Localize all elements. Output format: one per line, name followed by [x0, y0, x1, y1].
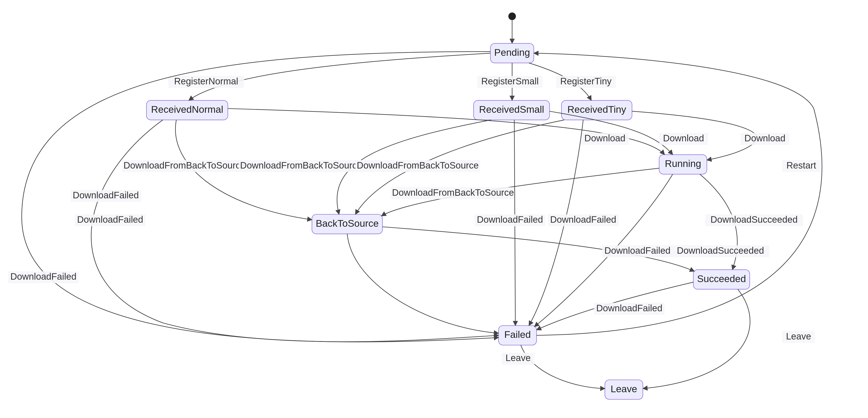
svg-text:DownloadFailed: DownloadFailed: [77, 214, 143, 225]
state-pending-label: Pending: [494, 47, 530, 58]
state-leave: Leave: [605, 380, 643, 399]
svg-text:DownloadSucceeded: DownloadSucceeded: [711, 214, 798, 225]
edge-label-download-2: Download: [659, 133, 708, 145]
state-received-normal-label: ReceivedNormal: [151, 104, 223, 115]
edge-label-leave-s: Leave: [782, 331, 815, 343]
edge-label-dlfailed-pend: DownloadFailed: [8, 271, 79, 283]
state-succeeded-label: Succeeded: [697, 273, 746, 284]
edge-failed-pending: [534, 53, 822, 335]
state-received-tiny-label: ReceivedTiny: [567, 104, 626, 115]
svg-text:DownloadFailed: DownloadFailed: [73, 190, 139, 200]
svg-text:DownloadFailed: DownloadFailed: [477, 214, 543, 225]
svg-text:Download: Download: [663, 133, 704, 143]
state-running-label: Running: [665, 158, 701, 169]
edge-rn-failed: [91, 120, 499, 342]
svg-text:DownloadFromBackToSource: DownloadFromBackToSource: [392, 187, 514, 198]
svg-text:DownloadFailed: DownloadFailed: [604, 245, 670, 256]
edge-label-dlfailed-run: DownloadFailed: [602, 245, 673, 257]
edge-failed-leave: [521, 345, 605, 389]
state-received-small: ReceivedSmall: [474, 100, 550, 120]
edge-label-dfbts-4: DownloadFromBackToSource: [391, 187, 515, 199]
edge-label-dl-succeeded-2: DownloadSucceeded: [672, 245, 769, 257]
edge-label-dfbts-1: DownloadFromBackToSource: [122, 160, 247, 172]
svg-text:RegisterNormal: RegisterNormal: [174, 76, 238, 86]
svg-text:RegisterTiny: RegisterTiny: [560, 76, 612, 86]
state-diagram: Pending ReceivedNormal ReceivedSmall Rec…: [0, 0, 868, 418]
edge-label-leave-f: Leave: [502, 353, 534, 365]
svg-text:Restart: Restart: [786, 160, 816, 171]
svg-text:Leave: Leave: [505, 353, 531, 363]
edge-label-register-small: RegisterSmall: [477, 76, 542, 88]
state-pending: Pending: [490, 43, 534, 63]
edge-label-dfbts-3: DownloadFromBackToSource: [355, 160, 480, 172]
svg-text:Download: Download: [744, 133, 785, 143]
svg-text:Download: Download: [584, 133, 625, 143]
svg-text:DownloadFromBackToSource: DownloadFromBackToSource: [357, 160, 479, 171]
edge-label-dfbts-2: DownloadFromBackToSource: [239, 160, 364, 172]
state-failed: Failed: [499, 326, 537, 345]
svg-text:DownloadFailed: DownloadFailed: [596, 303, 662, 313]
svg-text:DownloadFailed: DownloadFailed: [550, 214, 616, 225]
start-node: [508, 12, 516, 20]
state-received-tiny: ReceivedTiny: [561, 100, 632, 120]
svg-text:DownloadSucceeded: DownloadSucceeded: [677, 245, 764, 256]
svg-text:Leave: Leave: [786, 331, 811, 341]
edge-label-dlfailed-rt: DownloadFailed: [548, 214, 618, 226]
edge-bts-failed: [347, 234, 499, 333]
edge-label-dlfailed-succ: DownloadFailed: [594, 303, 664, 315]
edge-label-download-3: Download: [741, 133, 789, 145]
edge-label-restart: Restart: [782, 160, 820, 172]
svg-text:DownloadFromBackToSource: DownloadFromBackToSource: [240, 160, 362, 171]
edge-label-dl-succeeded-1: DownloadSucceeded: [705, 214, 803, 226]
edge-label-dlfailed-rs: DownloadFailed: [475, 214, 545, 226]
state-leave-label: Leave: [611, 383, 637, 394]
state-running: Running: [659, 155, 707, 174]
state-received-small-label: ReceivedSmall: [479, 104, 544, 115]
edge-label-register-normal: RegisterNormal: [168, 76, 244, 88]
edge-label-dlfailed-rn: DownloadFailed: [70, 190, 141, 202]
svg-text:DownloadFromBackToSource: DownloadFromBackToSource: [123, 160, 245, 171]
edge-label-dlfailed-bts: DownloadFailed: [75, 214, 145, 226]
edge-label-register-tiny: RegisterTiny: [556, 76, 616, 88]
state-failed-label: Failed: [504, 329, 531, 340]
edge-label-download-1: Download: [581, 133, 629, 145]
state-back-to-source: BackToSource: [312, 214, 382, 234]
svg-text:DownloadFailed: DownloadFailed: [10, 271, 76, 282]
svg-text:RegisterSmall: RegisterSmall: [481, 76, 539, 86]
state-received-normal: ReceivedNormal: [147, 100, 228, 120]
state-back-to-source-label: BackToSource: [316, 218, 379, 229]
state-succeeded: Succeeded: [693, 270, 750, 289]
